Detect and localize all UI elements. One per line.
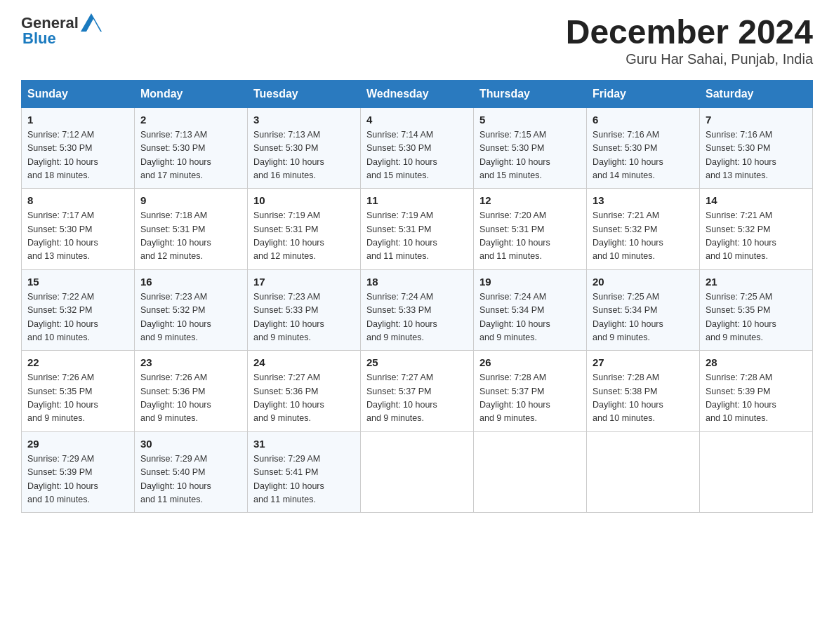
day-info: Sunrise: 7:29 AMSunset: 5:40 PMDaylight:…	[140, 452, 241, 507]
day-number: 30	[140, 438, 241, 450]
day-info: Sunrise: 7:26 AMSunset: 5:35 PMDaylight:…	[27, 371, 128, 426]
day-number: 31	[253, 438, 355, 450]
logo-icon	[81, 13, 102, 32]
day-number: 24	[253, 356, 355, 368]
day-number: 22	[27, 356, 128, 368]
day-number: 26	[479, 356, 581, 368]
calendar-day-cell: 6 Sunrise: 7:16 AMSunset: 5:30 PMDayligh…	[587, 107, 700, 189]
day-number: 15	[27, 276, 128, 288]
calendar-day-cell: 30 Sunrise: 7:29 AMSunset: 5:40 PMDaylig…	[135, 431, 248, 513]
day-number: 4	[366, 114, 468, 126]
day-info: Sunrise: 7:24 AMSunset: 5:34 PMDaylight:…	[479, 290, 581, 345]
calendar-week-row: 22 Sunrise: 7:26 AMSunset: 5:35 PMDaylig…	[22, 351, 813, 432]
day-info: Sunrise: 7:27 AMSunset: 5:37 PMDaylight:…	[366, 371, 468, 426]
day-info: Sunrise: 7:17 AMSunset: 5:30 PMDaylight:…	[27, 209, 128, 264]
day-info: Sunrise: 7:13 AMSunset: 5:30 PMDaylight:…	[253, 128, 355, 183]
calendar-day-cell: 9 Sunrise: 7:18 AMSunset: 5:31 PMDayligh…	[135, 189, 248, 270]
col-sunday: Sunday	[22, 80, 135, 107]
calendar-subtitle: Guru Har Sahai, Punjab, India	[566, 51, 813, 67]
day-info: Sunrise: 7:20 AMSunset: 5:31 PMDaylight:…	[479, 209, 581, 264]
calendar-day-cell: 1 Sunrise: 7:12 AMSunset: 5:30 PMDayligh…	[22, 107, 135, 189]
calendar-day-cell: 5 Sunrise: 7:15 AMSunset: 5:30 PMDayligh…	[474, 107, 587, 189]
calendar-day-cell: 7 Sunrise: 7:16 AMSunset: 5:30 PMDayligh…	[700, 107, 813, 189]
day-info: Sunrise: 7:21 AMSunset: 5:32 PMDaylight:…	[593, 209, 694, 264]
calendar-week-row: 8 Sunrise: 7:17 AMSunset: 5:30 PMDayligh…	[22, 189, 813, 270]
calendar-day-cell: 16 Sunrise: 7:23 AMSunset: 5:32 PMDaylig…	[135, 269, 248, 351]
calendar-day-cell: 31 Sunrise: 7:29 AMSunset: 5:41 PMDaylig…	[248, 431, 361, 513]
day-number: 3	[253, 114, 355, 126]
day-number: 27	[593, 356, 694, 368]
day-info: Sunrise: 7:23 AMSunset: 5:32 PMDaylight:…	[140, 290, 241, 345]
calendar-day-cell: 20 Sunrise: 7:25 AMSunset: 5:34 PMDaylig…	[587, 269, 700, 351]
calendar-day-cell: 19 Sunrise: 7:24 AMSunset: 5:34 PMDaylig…	[474, 269, 587, 351]
calendar-day-cell: 13 Sunrise: 7:21 AMSunset: 5:32 PMDaylig…	[587, 189, 700, 270]
day-number: 19	[479, 276, 581, 288]
header-row: Sunday Monday Tuesday Wednesday Thursday…	[22, 80, 813, 107]
calendar-day-cell: 11 Sunrise: 7:19 AMSunset: 5:31 PMDaylig…	[361, 189, 474, 270]
calendar-day-cell: 3 Sunrise: 7:13 AMSunset: 5:30 PMDayligh…	[248, 107, 361, 189]
day-number: 9	[140, 194, 241, 206]
calendar-day-cell: 17 Sunrise: 7:23 AMSunset: 5:33 PMDaylig…	[248, 269, 361, 351]
day-number: 11	[366, 194, 468, 206]
day-number: 28	[706, 356, 807, 368]
calendar-day-cell: 29 Sunrise: 7:29 AMSunset: 5:39 PMDaylig…	[22, 431, 135, 513]
day-info: Sunrise: 7:16 AMSunset: 5:30 PMDaylight:…	[706, 128, 807, 183]
day-info: Sunrise: 7:15 AMSunset: 5:30 PMDaylight:…	[479, 128, 581, 183]
calendar-week-row: 15 Sunrise: 7:22 AMSunset: 5:32 PMDaylig…	[22, 269, 813, 351]
calendar-day-cell: 14 Sunrise: 7:21 AMSunset: 5:32 PMDaylig…	[700, 189, 813, 270]
day-info: Sunrise: 7:24 AMSunset: 5:33 PMDaylight:…	[366, 290, 468, 345]
day-number: 18	[366, 276, 468, 288]
day-number: 7	[706, 114, 807, 126]
calendar-day-cell: 24 Sunrise: 7:27 AMSunset: 5:36 PMDaylig…	[248, 351, 361, 432]
day-number: 17	[253, 276, 355, 288]
day-number: 10	[253, 194, 355, 206]
calendar-day-cell: 10 Sunrise: 7:19 AMSunset: 5:31 PMDaylig…	[248, 189, 361, 270]
day-info: Sunrise: 7:19 AMSunset: 5:31 PMDaylight:…	[253, 209, 355, 264]
calendar-body: 1 Sunrise: 7:12 AMSunset: 5:30 PMDayligh…	[22, 107, 813, 513]
title-block: December 2024 Guru Har Sahai, Punjab, In…	[566, 14, 813, 67]
day-number: 23	[140, 356, 241, 368]
day-info: Sunrise: 7:22 AMSunset: 5:32 PMDaylight:…	[27, 290, 128, 345]
day-info: Sunrise: 7:23 AMSunset: 5:33 PMDaylight:…	[253, 290, 355, 345]
day-number: 6	[593, 114, 694, 126]
col-wednesday: Wednesday	[361, 80, 474, 107]
calendar-day-cell: 27 Sunrise: 7:28 AMSunset: 5:38 PMDaylig…	[587, 351, 700, 432]
calendar-day-cell: 18 Sunrise: 7:24 AMSunset: 5:33 PMDaylig…	[361, 269, 474, 351]
day-info: Sunrise: 7:26 AMSunset: 5:36 PMDaylight:…	[140, 371, 241, 426]
day-info: Sunrise: 7:29 AMSunset: 5:41 PMDaylight:…	[253, 452, 355, 507]
day-number: 14	[706, 194, 807, 206]
day-info: Sunrise: 7:25 AMSunset: 5:35 PMDaylight:…	[706, 290, 807, 345]
day-number: 16	[140, 276, 241, 288]
col-saturday: Saturday	[700, 80, 813, 107]
day-info: Sunrise: 7:27 AMSunset: 5:36 PMDaylight:…	[253, 371, 355, 426]
col-monday: Monday	[135, 80, 248, 107]
day-info: Sunrise: 7:13 AMSunset: 5:30 PMDaylight:…	[140, 128, 241, 183]
calendar-week-row: 1 Sunrise: 7:12 AMSunset: 5:30 PMDayligh…	[22, 107, 813, 189]
day-number: 29	[27, 438, 128, 450]
day-number: 12	[479, 194, 581, 206]
calendar-table: Sunday Monday Tuesday Wednesday Thursday…	[21, 80, 813, 514]
day-info: Sunrise: 7:28 AMSunset: 5:37 PMDaylight:…	[479, 371, 581, 426]
calendar-day-cell	[587, 431, 700, 513]
calendar-day-cell: 28 Sunrise: 7:28 AMSunset: 5:39 PMDaylig…	[700, 351, 813, 432]
day-number: 21	[706, 276, 807, 288]
day-info: Sunrise: 7:16 AMSunset: 5:30 PMDaylight:…	[593, 128, 694, 183]
day-number: 20	[593, 276, 694, 288]
calendar-day-cell: 25 Sunrise: 7:27 AMSunset: 5:37 PMDaylig…	[361, 351, 474, 432]
calendar-day-cell	[474, 431, 587, 513]
day-number: 1	[27, 114, 128, 126]
col-thursday: Thursday	[474, 80, 587, 107]
day-number: 13	[593, 194, 694, 206]
col-friday: Friday	[587, 80, 700, 107]
logo: General Blue	[21, 14, 102, 48]
calendar-day-cell: 26 Sunrise: 7:28 AMSunset: 5:37 PMDaylig…	[474, 351, 587, 432]
day-number: 8	[27, 194, 128, 206]
calendar-day-cell: 12 Sunrise: 7:20 AMSunset: 5:31 PMDaylig…	[474, 189, 587, 270]
day-info: Sunrise: 7:28 AMSunset: 5:39 PMDaylight:…	[706, 371, 807, 426]
day-number: 2	[140, 114, 241, 126]
calendar-header: Sunday Monday Tuesday Wednesday Thursday…	[22, 80, 813, 107]
day-info: Sunrise: 7:28 AMSunset: 5:38 PMDaylight:…	[593, 371, 694, 426]
calendar-day-cell: 15 Sunrise: 7:22 AMSunset: 5:32 PMDaylig…	[22, 269, 135, 351]
calendar-day-cell: 4 Sunrise: 7:14 AMSunset: 5:30 PMDayligh…	[361, 107, 474, 189]
calendar-day-cell: 2 Sunrise: 7:13 AMSunset: 5:30 PMDayligh…	[135, 107, 248, 189]
